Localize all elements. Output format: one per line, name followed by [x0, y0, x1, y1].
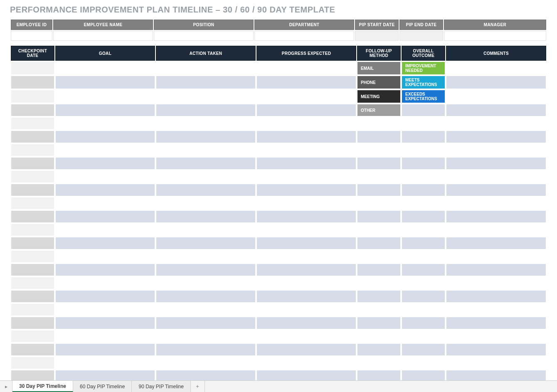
table-cell[interactable] — [55, 157, 155, 170]
table-cell[interactable] — [55, 104, 155, 116]
table-cell[interactable] — [446, 76, 546, 89]
table-cell[interactable] — [256, 224, 356, 236]
table-cell[interactable] — [55, 197, 155, 210]
table-cell[interactable] — [11, 184, 54, 196]
table-cell[interactable] — [446, 62, 546, 75]
table-cell[interactable] — [156, 290, 256, 303]
table-cell[interactable] — [156, 343, 256, 356]
table-cell[interactable] — [402, 290, 445, 303]
table-cell[interactable] — [256, 210, 356, 223]
table-cell[interactable] — [256, 157, 356, 170]
table-cell[interactable] — [156, 330, 256, 343]
cell-employee-id[interactable] — [11, 31, 52, 41]
table-cell[interactable] — [402, 157, 445, 170]
table-cell[interactable] — [11, 131, 54, 143]
table-cell[interactable] — [55, 330, 155, 343]
sheet-tab-30day[interactable]: 30 Day PIP Timeline — [12, 381, 73, 392]
table-cell[interactable] — [55, 144, 155, 156]
table-cell[interactable] — [402, 184, 445, 196]
table-cell[interactable] — [402, 224, 445, 236]
table-cell[interactable] — [357, 250, 401, 263]
table-cell[interactable] — [357, 131, 401, 143]
table-cell[interactable] — [55, 90, 155, 103]
table-cell[interactable] — [357, 184, 401, 196]
table-cell[interactable] — [446, 357, 546, 369]
table-cell[interactable] — [156, 303, 256, 316]
table-cell[interactable] — [357, 157, 401, 170]
table-cell[interactable] — [156, 104, 256, 116]
table-cell[interactable] — [156, 210, 256, 223]
table-cell[interactable] — [446, 330, 546, 343]
table-cell[interactable] — [357, 117, 401, 130]
table-cell[interactable] — [156, 90, 256, 103]
table-cell[interactable] — [11, 303, 54, 316]
table-cell[interactable] — [446, 250, 546, 263]
table-cell[interactable] — [357, 303, 401, 316]
table-cell[interactable] — [256, 104, 356, 116]
table-cell[interactable] — [256, 131, 356, 143]
table-cell[interactable] — [402, 131, 445, 143]
table-cell[interactable] — [446, 131, 546, 143]
table-cell[interactable] — [11, 104, 54, 116]
table-cell[interactable] — [357, 170, 401, 183]
table-cell[interactable] — [55, 277, 155, 289]
table-cell[interactable] — [156, 250, 256, 263]
table-cell[interactable] — [402, 277, 445, 289]
table-cell[interactable] — [357, 224, 401, 236]
table-cell[interactable] — [446, 144, 546, 156]
table-cell[interactable] — [446, 157, 546, 170]
cell-pip-end[interactable] — [399, 31, 443, 41]
outcome-option[interactable]: MEETS EXPECTATIONS — [402, 76, 445, 89]
table-cell[interactable] — [357, 277, 401, 289]
table-cell[interactable] — [55, 343, 155, 356]
table-cell[interactable] — [256, 237, 356, 249]
table-cell[interactable] — [446, 170, 546, 183]
table-cell[interactable] — [11, 250, 54, 263]
followup-option[interactable]: EMAIL — [357, 62, 401, 75]
table-cell[interactable] — [256, 303, 356, 316]
table-cell[interactable] — [256, 197, 356, 210]
table-cell[interactable] — [11, 62, 54, 75]
table-cell[interactable] — [11, 357, 54, 369]
table-cell[interactable] — [55, 303, 155, 316]
table-cell[interactable] — [11, 290, 54, 303]
table-cell[interactable] — [11, 277, 54, 289]
table-cell[interactable] — [446, 117, 546, 130]
table-cell[interactable] — [357, 343, 401, 356]
table-cell[interactable] — [357, 290, 401, 303]
table-cell[interactable] — [256, 90, 356, 103]
table-cell[interactable] — [256, 117, 356, 130]
table-cell[interactable] — [446, 317, 546, 329]
followup-option[interactable]: MEETING — [357, 90, 401, 103]
cell-employee-name[interactable] — [53, 31, 153, 41]
table-cell[interactable] — [446, 197, 546, 210]
table-cell[interactable] — [446, 343, 546, 356]
table-cell[interactable] — [11, 330, 54, 343]
table-cell[interactable] — [402, 317, 445, 329]
table-cell[interactable] — [55, 357, 155, 369]
table-cell[interactable] — [55, 210, 155, 223]
table-cell[interactable] — [55, 264, 155, 276]
table-cell[interactable] — [55, 76, 155, 89]
table-cell[interactable] — [156, 237, 256, 249]
table-cell[interactable] — [156, 62, 256, 75]
table-cell[interactable] — [11, 90, 54, 103]
table-cell[interactable] — [402, 197, 445, 210]
table-cell[interactable] — [156, 224, 256, 236]
sheet-nav-prev[interactable]: ▸ — [0, 381, 12, 392]
table-cell[interactable] — [256, 250, 356, 263]
table-cell[interactable] — [11, 117, 54, 130]
table-cell[interactable] — [446, 210, 546, 223]
table-cell[interactable] — [55, 290, 155, 303]
table-cell[interactable] — [256, 357, 356, 369]
table-cell[interactable] — [402, 357, 445, 369]
table-cell[interactable] — [55, 317, 155, 329]
table-cell[interactable] — [256, 184, 356, 196]
table-cell[interactable] — [55, 131, 155, 143]
table-cell[interactable] — [55, 224, 155, 236]
outcome-option[interactable]: IMPROVEMENT NEEDED — [402, 62, 445, 75]
table-cell[interactable] — [446, 277, 546, 289]
table-cell[interactable] — [446, 290, 546, 303]
table-cell[interactable] — [446, 184, 546, 196]
table-cell[interactable] — [402, 330, 445, 343]
